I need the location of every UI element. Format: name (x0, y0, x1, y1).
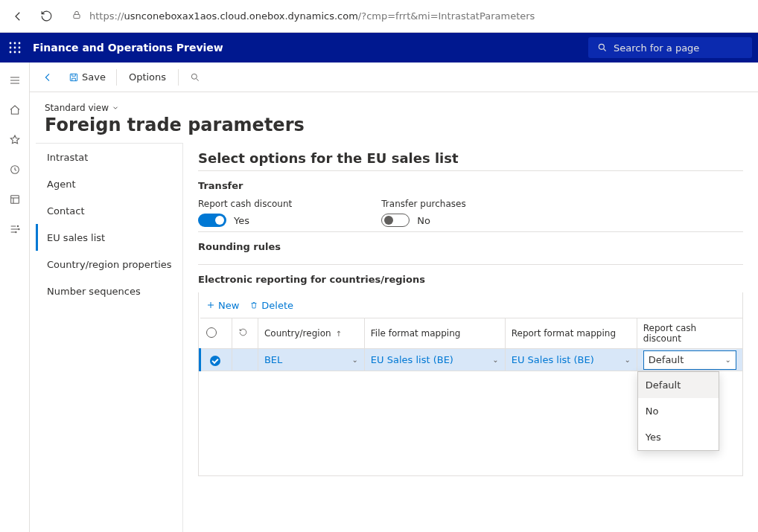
section-nav: Intrastat Agent Contact EU sales list Co… (36, 143, 183, 532)
svg-rect-12 (10, 196, 19, 204)
report-cash-discount-cell[interactable]: Default ⌄ (643, 350, 736, 370)
view-selector[interactable]: Standard view (45, 103, 743, 113)
report-cash-discount-label: Report cash discount (198, 199, 292, 209)
col-report-cash-discount[interactable]: Report cash discount (637, 318, 742, 349)
report-cash-discount-toggle[interactable] (198, 214, 226, 227)
save-label: Save (82, 71, 106, 83)
sidemenu-item-number-sequences[interactable]: Number sequences (36, 278, 182, 304)
svg-point-1 (10, 42, 12, 45)
section-transfer-title: Transfer (198, 180, 743, 191)
svg-point-8 (14, 51, 16, 54)
report-cash-discount-value: Yes (234, 215, 249, 226)
svg-point-2 (14, 42, 16, 45)
svg-rect-0 (74, 14, 80, 18)
app-title: Finance and Operations Preview (33, 42, 223, 54)
sidemenu-item-contact[interactable]: Contact (36, 197, 182, 224)
svg-point-10 (599, 44, 604, 49)
browser-refresh-button[interactable] (36, 6, 57, 27)
chevron-down-icon (112, 104, 119, 112)
svg-point-17 (191, 74, 197, 79)
svg-point-13 (17, 225, 18, 226)
svg-point-9 (19, 51, 21, 54)
separator (116, 69, 117, 86)
table-row[interactable]: BEL⌄ EU Sales list (BE)⌄ (200, 349, 743, 371)
report-cash-discount-dropdown: Default No Yes (637, 371, 719, 451)
sort-up-icon: ↑ (336, 330, 342, 338)
sidemenu-item-agent[interactable]: Agent (36, 170, 182, 197)
chevron-down-icon: ⌄ (725, 356, 731, 364)
modules-icon[interactable] (3, 217, 27, 241)
transfer-purchases-value: No (417, 215, 430, 226)
transfer-purchases-toggle[interactable] (381, 214, 410, 227)
col-select-all[interactable] (200, 318, 232, 349)
hamburger-icon[interactable] (3, 68, 27, 92)
file-format-cell[interactable]: EU Sales list (BE)⌄ (371, 354, 499, 365)
chevron-down-icon: ⌄ (351, 356, 357, 364)
url-text: https://usnconeboxax1aos.cloud.onebox.dy… (89, 10, 535, 22)
svg-point-3 (19, 42, 21, 45)
chevron-down-icon: ⌄ (492, 356, 498, 364)
recent-icon[interactable] (3, 158, 27, 182)
section-er-title: Electronic reporting for countries/regio… (198, 274, 743, 285)
col-report-format[interactable]: Report format mapping (505, 318, 637, 349)
dropdown-option-yes[interactable]: Yes (638, 424, 719, 450)
separator (178, 69, 179, 86)
sidemenu-item-country-region[interactable]: Country/region properties (36, 251, 182, 278)
svg-point-14 (18, 228, 19, 229)
workspaces-icon[interactable] (3, 188, 27, 211)
page-title: Foreign trade parameters (45, 115, 743, 135)
options-button[interactable]: Options (123, 68, 172, 86)
chevron-down-icon: ⌄ (624, 356, 630, 364)
dropdown-option-default[interactable]: Default (638, 372, 719, 398)
back-button[interactable] (37, 67, 58, 88)
sidemenu-item-intrastat[interactable]: Intrastat (36, 144, 182, 170)
svg-point-4 (10, 47, 12, 49)
country-region-cell[interactable]: BEL⌄ (264, 354, 358, 365)
col-refresh[interactable] (232, 318, 258, 349)
app-launcher-button[interactable] (0, 33, 30, 63)
grid-new-button[interactable]: New (206, 300, 239, 311)
lock-icon (71, 10, 82, 22)
browser-back-button[interactable] (7, 6, 28, 27)
svg-rect-16 (70, 74, 77, 80)
search-button[interactable] (185, 67, 206, 88)
browser-url-bar[interactable]: https://usnconeboxax1aos.cloud.onebox.dy… (64, 5, 751, 28)
save-button[interactable]: Save (64, 68, 110, 86)
svg-point-7 (10, 51, 12, 54)
pane-heading: Select options for the EU sales list (198, 143, 743, 170)
section-rounding-title: Rounding rules (198, 241, 743, 252)
transfer-purchases-label: Transfer purchases (381, 199, 465, 209)
col-file-format[interactable]: File format mapping (364, 318, 505, 349)
sidemenu-item-eu-sales-list[interactable]: EU sales list (36, 224, 182, 251)
row-select-checkbox[interactable] (210, 356, 220, 366)
search-placeholder: Search for a page (614, 42, 699, 54)
svg-point-6 (19, 47, 21, 49)
home-icon[interactable] (3, 98, 27, 122)
report-format-cell[interactable]: EU Sales list (BE)⌄ (512, 354, 631, 365)
global-search-input[interactable]: Search for a page (588, 37, 752, 58)
svg-point-5 (14, 47, 16, 49)
favorites-icon[interactable] (3, 128, 27, 152)
dropdown-option-no[interactable]: No (638, 398, 719, 424)
grid-delete-button[interactable]: Delete (249, 300, 293, 311)
col-country-region[interactable]: Country/region↑ (258, 318, 364, 349)
svg-point-15 (15, 231, 16, 232)
